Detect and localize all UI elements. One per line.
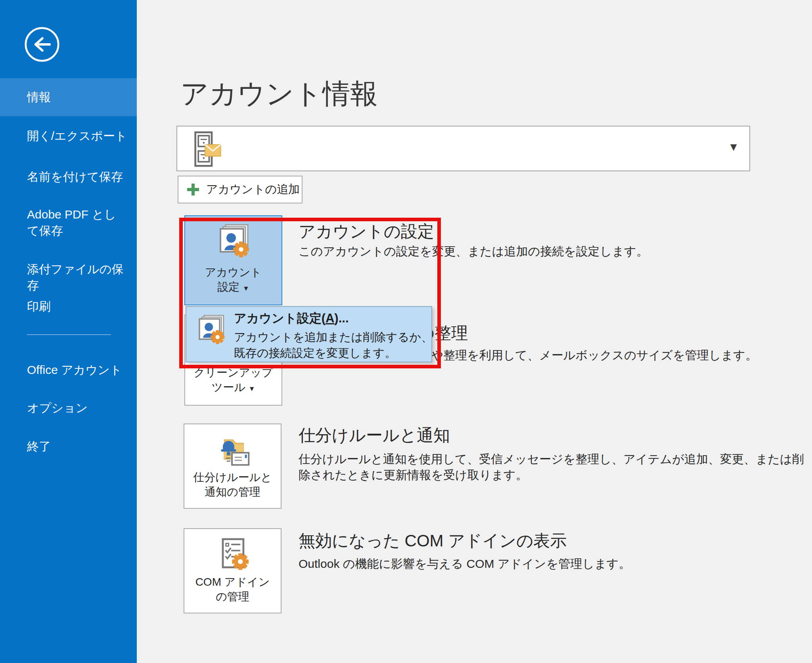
sidebar-item-label: 印刷 xyxy=(27,300,51,313)
account-settings-icon xyxy=(214,223,253,263)
menu-item-title: アカウント設定(A)... xyxy=(234,310,349,327)
account-settings-button-label: アカウント 設定 ▼ xyxy=(205,265,262,305)
sidebar-item-exit[interactable]: 終了 xyxy=(27,438,131,454)
section-desc-account-settings: このアカウントの設定を変更、または追加の接続を設定します。 xyxy=(299,243,648,259)
account-settings-icon xyxy=(193,313,228,350)
com-addins-icon xyxy=(214,536,252,574)
sidebar-item-save-attachments[interactable]: 添付ファイルの保存 xyxy=(27,261,131,293)
account-settings-menu-item[interactable]: アカウント設定(A)... アカウントを追加または削除するか、 既存の接続設定を… xyxy=(186,306,432,362)
sidebar-item-label: オプション xyxy=(27,401,88,414)
sidebar-item-info[interactable]: 情報 xyxy=(0,78,137,116)
sidebar-item-save-adobe-pdf[interactable]: Adobe PDF として保存 xyxy=(27,206,127,239)
add-account-button[interactable]: アカウントの追加 xyxy=(178,176,303,203)
section-desc-rules-alerts: 仕分けルールと通知を使用して、受信メッセージを整理し、アイテムが追加、変更、また… xyxy=(299,451,804,483)
section-heading-com-addins: 無効になった COM アドインの表示 xyxy=(299,530,567,552)
manage-com-addins-button[interactable]: COM アドイン の管理 xyxy=(184,528,282,613)
sidebar-item-save-as[interactable]: 名前を付けて保存 xyxy=(27,169,131,185)
sidebar-item-open-export[interactable]: 開く/エクスポート xyxy=(27,128,131,144)
sidebar-divider xyxy=(27,334,111,335)
menu-item-description: アカウントを追加または削除するか、 既存の接続設定を変更します。 xyxy=(234,329,433,361)
sidebar-item-label: Adobe PDF として保存 xyxy=(27,208,116,237)
section-desc-com-addins: Outlook の機能に影響を与える COM アドインを管理します。 xyxy=(299,556,631,572)
sidebar-item-label: 添付ファイルの保存 xyxy=(27,263,124,292)
account-files-icon xyxy=(187,130,225,168)
account-settings-button[interactable]: アカウント 設定 ▼ xyxy=(184,215,282,305)
back-arrow-icon xyxy=(23,25,61,63)
rules-and-alerts-button[interactable]: 仕分けルールと 通知の管理 xyxy=(184,423,282,509)
add-account-label: アカウントの追加 xyxy=(206,182,300,197)
sidebar-item-label: 終了 xyxy=(27,440,51,453)
rules-alerts-icon xyxy=(214,431,252,469)
combo-caret-icon[interactable]: ▼ xyxy=(728,141,739,153)
section-heading-account-settings: アカウントの設定 xyxy=(299,220,434,243)
cleanup-tools-button-label: クリーンアップ ツール ▼ xyxy=(194,365,273,405)
plus-icon xyxy=(186,183,200,196)
page-title: アカウント情報 xyxy=(180,75,378,113)
outlook-backstage-account-info: 情報 開く/エクスポート 名前を付けて保存 Adobe PDF として保存 添付… xyxy=(0,0,812,663)
section-heading-rules-alerts: 仕分けルールと通知 xyxy=(299,424,450,446)
manage-com-addins-button-label: COM アドイン の管理 xyxy=(195,575,270,613)
sidebar-item-office-account[interactable]: Office アカウント xyxy=(27,362,131,378)
sidebar-item-label: 開く/エクスポート xyxy=(27,129,127,142)
account-selector-dropdown[interactable]: ▼ xyxy=(176,126,750,171)
sidebar-item-print[interactable]: 印刷 xyxy=(27,298,131,314)
sidebar-item-label: 名前を付けて保存 xyxy=(27,170,123,183)
sidebar-item-options[interactable]: オプション xyxy=(27,400,131,416)
dropdown-caret-icon: ▼ xyxy=(243,285,249,292)
sidebar-item-label: Office アカウント xyxy=(27,363,122,376)
backstage-sidebar: 情報 開く/エクスポート 名前を付けて保存 Adobe PDF として保存 添付… xyxy=(0,0,137,663)
rules-and-alerts-button-label: 仕分けルールと 通知の管理 xyxy=(193,470,272,508)
dropdown-caret-icon: ▼ xyxy=(249,385,255,393)
back-button[interactable] xyxy=(23,25,61,63)
sidebar-item-label: 情報 xyxy=(27,89,51,105)
